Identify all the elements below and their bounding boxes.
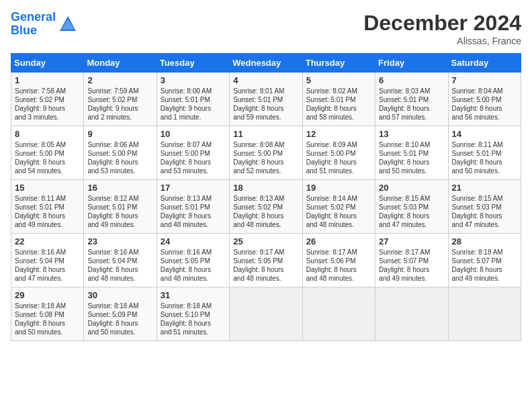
day-number: 9 xyxy=(87,129,152,139)
calendar-cell: 11Sunrise: 8:08 AMSunset: 5:00 PMDayligh… xyxy=(230,126,302,180)
day-number: 11 xyxy=(233,129,298,139)
day-info-line: Daylight: 8 hours xyxy=(306,104,371,113)
day-info-line: and 54 minutes. xyxy=(15,167,80,175)
calendar-cell: 9Sunrise: 8:06 AMSunset: 5:00 PMDaylight… xyxy=(84,126,157,180)
day-info-line: Daylight: 8 hours xyxy=(15,212,80,220)
day-number: 25 xyxy=(233,236,298,246)
day-info-line: Sunset: 5:02 PM xyxy=(233,203,298,212)
day-info-line: and 58 minutes. xyxy=(306,113,371,122)
calendar-cell xyxy=(230,287,302,341)
day-info-line: Sunset: 5:01 PM xyxy=(87,203,152,212)
day-info-line: Sunset: 5:07 PM xyxy=(379,257,444,265)
calendar-body: 1Sunrise: 7:58 AMSunset: 5:02 PMDaylight… xyxy=(11,73,521,341)
day-info-line: and 48 minutes. xyxy=(233,274,298,283)
day-number: 22 xyxy=(15,236,80,246)
calendar-cell: 31Sunrise: 8:18 AMSunset: 5:10 PMDayligh… xyxy=(157,287,229,341)
day-info-line: Sunset: 5:07 PM xyxy=(452,257,517,265)
calendar-cell: 13Sunrise: 8:10 AMSunset: 5:01 PMDayligh… xyxy=(375,126,448,180)
day-info-line: and 47 minutes. xyxy=(452,220,517,229)
day-info-line: Sunrise: 7:58 AM xyxy=(15,87,80,95)
day-info-line: Daylight: 8 hours xyxy=(161,265,226,274)
day-info-line: Sunset: 5:04 PM xyxy=(15,257,80,265)
day-info-line: Sunrise: 8:04 AM xyxy=(452,87,517,95)
day-info-line: and 49 minutes. xyxy=(452,274,517,283)
day-info-line: Sunrise: 8:02 AM xyxy=(306,87,371,95)
day-info-line: Sunset: 5:01 PM xyxy=(379,149,444,158)
day-info-line: and 48 minutes. xyxy=(161,274,226,283)
calendar-cell: 6Sunrise: 8:03 AMSunset: 5:01 PMDaylight… xyxy=(375,73,448,126)
calendar-cell: 29Sunrise: 8:18 AMSunset: 5:08 PMDayligh… xyxy=(11,287,84,341)
day-info-line: and 50 minutes. xyxy=(452,167,517,175)
day-info-line: and 59 minutes. xyxy=(233,113,298,122)
day-info-line: Sunrise: 8:11 AM xyxy=(15,194,80,203)
day-info-line: Sunset: 5:02 PM xyxy=(87,95,152,104)
week-row-4: 22Sunrise: 8:16 AMSunset: 5:04 PMDayligh… xyxy=(11,234,521,287)
week-row-1: 1Sunrise: 7:58 AMSunset: 5:02 PMDaylight… xyxy=(11,73,521,126)
calendar-cell: 4Sunrise: 8:01 AMSunset: 5:01 PMDaylight… xyxy=(230,73,302,126)
header-cell-friday: Friday xyxy=(375,54,448,73)
day-info-line: Sunset: 5:04 PM xyxy=(87,257,152,265)
day-info-line: Daylight: 8 hours xyxy=(452,104,517,113)
day-info-line: Sunset: 5:03 PM xyxy=(452,203,517,212)
day-info-line: and 57 minutes. xyxy=(379,113,444,122)
svg-marker-1 xyxy=(61,19,75,30)
day-info-line: Sunset: 5:00 PM xyxy=(15,149,80,158)
day-info-line: Sunrise: 8:08 AM xyxy=(233,140,298,149)
day-info-line: Sunset: 5:00 PM xyxy=(233,149,298,158)
day-info-line: Sunset: 5:05 PM xyxy=(233,257,298,265)
day-info-line: Sunset: 5:09 PM xyxy=(87,310,152,319)
day-info-line: Sunset: 5:06 PM xyxy=(306,257,371,265)
logo: GeneralBlue xyxy=(11,11,77,38)
header-cell-wednesday: Wednesday xyxy=(230,54,302,73)
day-info-line: Sunrise: 8:17 AM xyxy=(379,248,444,257)
header-cell-saturday: Saturday xyxy=(448,54,521,73)
day-info-line: Daylight: 8 hours xyxy=(161,158,226,167)
day-info-line: and 48 minutes. xyxy=(161,220,226,229)
day-number: 18 xyxy=(233,183,298,193)
day-info-line: Sunrise: 8:13 AM xyxy=(233,194,298,203)
day-info-line: and 1 minute. xyxy=(161,113,226,122)
day-info-line: Daylight: 8 hours xyxy=(379,158,444,167)
calendar-cell: 19Sunrise: 8:14 AMSunset: 5:02 PMDayligh… xyxy=(302,180,375,234)
day-info-line: Sunrise: 8:12 AM xyxy=(87,194,152,203)
day-info-line: and 51 minutes. xyxy=(161,328,226,336)
day-info-line: Daylight: 9 hours xyxy=(161,104,226,113)
day-info-line: Sunset: 5:01 PM xyxy=(452,149,517,158)
day-info-line: Sunrise: 8:15 AM xyxy=(452,194,517,203)
day-number: 12 xyxy=(306,129,371,139)
day-info-line: and 51 minutes. xyxy=(306,167,371,175)
day-info-line: Daylight: 8 hours xyxy=(15,158,80,167)
day-info-line: Daylight: 8 hours xyxy=(15,319,80,328)
day-number: 30 xyxy=(87,290,152,300)
day-info-line: Sunset: 5:10 PM xyxy=(161,310,226,319)
day-info-line: Sunset: 5:05 PM xyxy=(161,257,226,265)
day-info-line: Sunrise: 8:06 AM xyxy=(87,140,152,149)
day-info-line: Sunrise: 8:00 AM xyxy=(161,87,226,95)
day-info-line: Sunrise: 8:07 AM xyxy=(161,140,226,149)
day-number: 16 xyxy=(87,183,152,193)
day-info-line: and 48 minutes. xyxy=(233,220,298,229)
day-info-line: Daylight: 8 hours xyxy=(306,212,371,220)
calendar-cell: 16Sunrise: 8:12 AMSunset: 5:01 PMDayligh… xyxy=(84,180,157,234)
day-info-line: and 56 minutes. xyxy=(452,113,517,122)
day-info-line: Sunrise: 8:16 AM xyxy=(161,248,226,257)
calendar-cell: 12Sunrise: 8:09 AMSunset: 5:00 PMDayligh… xyxy=(302,126,375,180)
header-cell-thursday: Thursday xyxy=(302,54,375,73)
day-info-line: Sunset: 5:03 PM xyxy=(379,203,444,212)
day-info-line: Sunset: 5:00 PM xyxy=(87,149,152,158)
day-number: 23 xyxy=(87,236,152,246)
day-info-line: Daylight: 9 hours xyxy=(15,104,80,113)
day-info-line: Daylight: 8 hours xyxy=(452,212,517,220)
day-info-line: and 49 minutes. xyxy=(15,220,80,229)
day-info-line: Daylight: 8 hours xyxy=(87,265,152,274)
day-number: 1 xyxy=(15,75,80,85)
day-info-line: Sunrise: 8:14 AM xyxy=(306,194,371,203)
day-info-line: Sunrise: 8:16 AM xyxy=(87,248,152,257)
calendar-cell: 28Sunrise: 8:18 AMSunset: 5:07 PMDayligh… xyxy=(448,234,521,287)
calendar-cell: 24Sunrise: 8:16 AMSunset: 5:05 PMDayligh… xyxy=(157,234,229,287)
header-row: SundayMondayTuesdayWednesdayThursdayFrid… xyxy=(11,54,521,73)
calendar-cell: 15Sunrise: 8:11 AMSunset: 5:01 PMDayligh… xyxy=(11,180,84,234)
day-info-line: and 50 minutes. xyxy=(87,328,152,336)
day-info-line: Daylight: 8 hours xyxy=(161,212,226,220)
day-number: 10 xyxy=(161,129,226,139)
